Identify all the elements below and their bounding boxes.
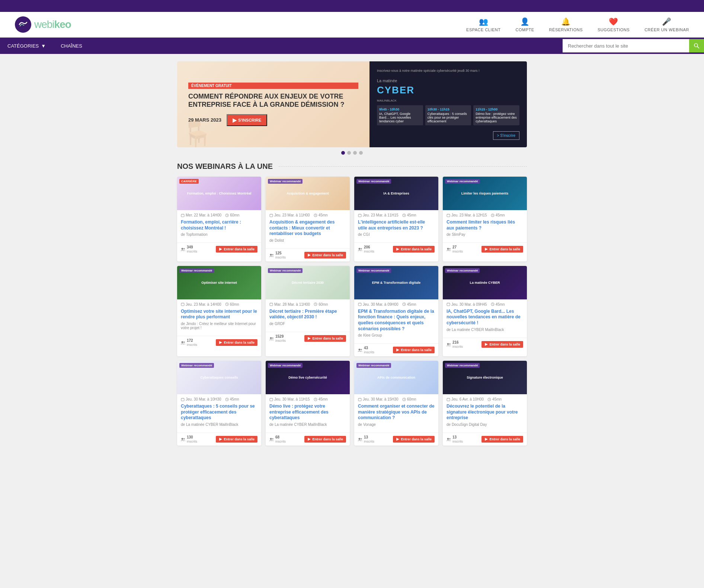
enter-room-button[interactable]: Entrer dans la salle	[304, 252, 346, 258]
calendar-icon	[181, 302, 185, 306]
card-author: de Klee Group	[358, 333, 435, 337]
card-inscrit-info: 13 inscrits	[358, 435, 374, 443]
enter-room-button[interactable]: Entrer dans la salle	[216, 246, 257, 253]
card-title[interactable]: EPM & Transformation digitale de la fonc…	[358, 309, 435, 332]
dot-1[interactable]	[341, 151, 345, 155]
schedule-item-2: 10h30 - 11h15 Cyberattaques : 5 conseils…	[425, 105, 471, 125]
card-title[interactable]: L'intelligence artificielle est-elle uti…	[358, 219, 435, 231]
nav-creer-webinar[interactable]: 🎤 CRÉER UN WEBINAR	[644, 17, 689, 32]
svg-line-1	[697, 46, 699, 48]
enter-room-button[interactable]: Entrer dans la salle	[304, 436, 346, 443]
svg-marker-73	[485, 343, 488, 346]
card-badge: Webinar recommandé	[268, 268, 303, 273]
cyber-logo: La matinée CYBER	[377, 75, 519, 96]
svg-marker-19	[308, 254, 311, 257]
inscrit-count: 172	[187, 338, 193, 343]
enter-room-button[interactable]: Entrer dans la salle	[393, 246, 435, 253]
categories-menu[interactable]: CATÉGORIES ▼	[0, 38, 53, 54]
card-author: de La matinée CYBER MailInBlack	[269, 422, 346, 427]
clock-icon	[491, 213, 495, 217]
svg-line-106	[489, 399, 490, 400]
inscrit-label: inscrits	[275, 256, 286, 259]
card-author: de Topformation	[181, 232, 257, 237]
inscrit-label: inscrits	[452, 250, 463, 253]
nav-espace-client[interactable]: 👥 ESPACE CLIENT	[466, 17, 501, 32]
card-inscrit-info: 349 inscrits	[181, 245, 197, 253]
enter-room-button[interactable]: Entrer dans la salle	[481, 341, 523, 348]
chaines-menu[interactable]: CHAÎNES	[53, 38, 90, 54]
card-duration: 60mn	[225, 213, 239, 217]
inscrit-count: 43	[364, 346, 368, 350]
card-title[interactable]: Comment limiter les risques liés aux pai…	[447, 219, 523, 231]
enter-icon	[307, 337, 311, 340]
card-title[interactable]: Cyberattaques : 5 conseils pour se proté…	[181, 404, 257, 421]
categories-arrow-icon: ▼	[41, 43, 46, 49]
card-title[interactable]: Formation, emploi, carrière : choisissez…	[181, 219, 257, 231]
nav-compte[interactable]: 👤 COMPTE	[516, 17, 534, 32]
enter-icon	[484, 343, 488, 346]
enter-room-button[interactable]: Entrer dans la salle	[393, 347, 435, 353]
webinar-card: Décret tertiaire 2030 Webinar recommandé…	[266, 266, 350, 356]
card-inscrit-info: 68 inscrits	[269, 435, 286, 443]
dot-2[interactable]	[347, 151, 351, 155]
search-input[interactable]	[563, 39, 689, 52]
webinar-row-3: Cyberattaques conseils Webinar recommand…	[177, 361, 527, 446]
inscrit-label: inscrits	[364, 440, 374, 443]
nav-suggestions[interactable]: ❤️ SUGGESTIONS	[598, 17, 630, 32]
enter-icon	[219, 247, 223, 251]
card-title[interactable]: IA, ChatGPT, Google Bard... Les nouvelle…	[447, 309, 523, 326]
svg-line-88	[316, 399, 316, 400]
enter-room-button[interactable]: Entrer dans la salle	[216, 436, 257, 443]
card-badge: Webinar recommandé	[268, 179, 303, 184]
card-thumbnail: Limiter les risques paiements Webinar re…	[443, 177, 527, 210]
card-meta: Jeu. 30 Mar. à 10H30 45mn	[181, 397, 257, 401]
mic-icon: 🎤	[662, 17, 672, 26]
card-thumbnail: IA & Entreprises Webinar recommandé	[354, 177, 438, 210]
svg-point-26	[359, 248, 361, 250]
people-icon	[269, 253, 274, 257]
cyber-signup-button[interactable]: > S'inscrire	[493, 131, 519, 140]
card-title[interactable]: Optimisez votre site internet pour le re…	[181, 309, 257, 320]
card-body: Jeu. 23 Mar. à 11H15 45mn L'intelligence…	[354, 210, 438, 242]
banner-cta-button[interactable]: ▶ S'INSCRIRE	[227, 114, 268, 126]
card-body: Jeu. 30 Mar. à 11H15 45mn Démo live : pr…	[266, 394, 350, 433]
enter-room-button[interactable]: Entrer dans la salle	[393, 436, 435, 443]
svg-point-17	[270, 254, 272, 256]
nav-reservations[interactable]: 🔔 RÉSERVATIONS	[549, 17, 583, 32]
inscrit-count: 349	[187, 245, 193, 249]
svg-point-35	[447, 248, 449, 250]
card-title[interactable]: Décret tertiaire : Première étape validé…	[269, 309, 346, 320]
card-date: Jeu. 6 Avr. à 10H00	[447, 397, 484, 401]
logo[interactable]: webikeo	[15, 16, 71, 33]
svg-marker-109	[485, 438, 488, 441]
inscrit-count: 13	[364, 435, 368, 439]
cyber-provider: MAILINBLACK	[377, 99, 519, 102]
card-badge: Webinar recommandé	[445, 179, 480, 184]
schedule-item-1: 9h45 - 10h30 IA, ChatGPT, Google Bard… L…	[377, 105, 423, 125]
card-meta: Jeu. 23 Mar. à 11H15 45mn	[358, 213, 435, 217]
people-icon	[358, 247, 362, 251]
card-title[interactable]: Comment organiser et connecter de manièr…	[358, 404, 435, 421]
enter-room-button[interactable]: Entrer dans la salle	[481, 436, 523, 443]
dot-3[interactable]	[353, 151, 357, 155]
card-date: Mar. 28 Mar. à 11H00	[269, 302, 310, 306]
enter-room-button[interactable]: Entrer dans la salle	[216, 339, 257, 346]
card-title[interactable]: Découvrez le potentiel de la signature é…	[447, 404, 523, 421]
card-title[interactable]: Démo live : protégez votre entreprise ef…	[269, 404, 346, 421]
card-thumbnail: Démo live cybersécurité Webinar recomman…	[266, 361, 350, 394]
enter-room-button[interactable]: Entrer dans la salle	[481, 246, 523, 253]
nav-compte-label: COMPTE	[516, 28, 534, 32]
nav-reservations-label: RÉSERVATIONS	[549, 28, 583, 32]
calendar-icon	[181, 398, 185, 401]
dot-4[interactable]	[359, 151, 363, 155]
card-title[interactable]: Acquisition & engagement des contacts : …	[269, 219, 346, 237]
card-duration: 45mn	[402, 213, 416, 217]
card-badge: Webinar recommandé	[268, 363, 303, 368]
svg-point-89	[270, 438, 272, 440]
enter-room-button[interactable]: Entrer dans la salle	[304, 335, 346, 342]
search-button[interactable]	[689, 39, 704, 52]
svg-line-16	[316, 215, 316, 216]
card-badge: Webinar recommandé	[445, 363, 480, 368]
svg-point-80	[182, 438, 183, 440]
svg-rect-20	[358, 214, 361, 217]
